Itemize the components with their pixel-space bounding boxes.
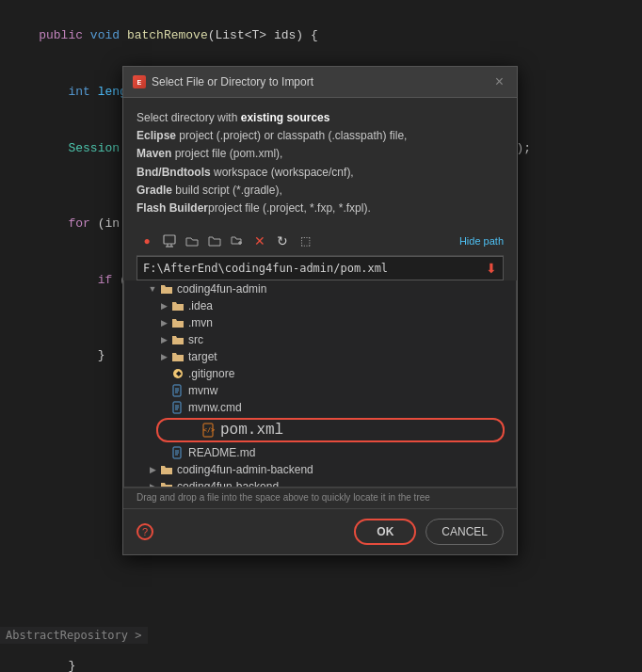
folder-icon-idea bbox=[171, 299, 185, 312]
tree-item-mvnw-cmd[interactable]: mvnw.cmd bbox=[124, 399, 516, 416]
footer-buttons: OK CANCEL bbox=[354, 519, 504, 545]
folder-icon-target bbox=[171, 350, 185, 363]
tree-root[interactable]: ▼ coding4fun-admin bbox=[124, 280, 516, 297]
tree-item-idea[interactable]: ▶ .idea bbox=[124, 297, 516, 314]
file-icon-readme bbox=[171, 446, 185, 459]
tree-item-mvnw[interactable]: mvnw bbox=[124, 382, 516, 399]
select-icon[interactable]: ⬚ bbox=[295, 231, 315, 251]
root-label: coding4fun-admin bbox=[177, 282, 266, 296]
code-line-1: public void batchRemove(List<T> ids) { bbox=[0, 8, 642, 64]
tree-item-src[interactable]: ▶ src bbox=[124, 331, 516, 348]
dialog-toolbar: ● bbox=[136, 227, 504, 256]
folder-icon-backend bbox=[160, 480, 173, 488]
dialog-title-text: Select File or Directory to Import bbox=[152, 75, 313, 88]
tree-item-admin-backend[interactable]: ▶ coding4fun-admin-backend bbox=[124, 461, 516, 478]
tree-item-gitignore[interactable]: ◆ .gitignore bbox=[124, 365, 516, 382]
expand-arrow: ▼ bbox=[147, 284, 158, 294]
cancel-button[interactable]: CANCEL bbox=[425, 519, 504, 545]
pom-xml-selected[interactable]: </> pom.xml bbox=[156, 418, 505, 442]
monitor-icon[interactable] bbox=[159, 231, 180, 251]
dialog-footer: ? OK CANCEL bbox=[123, 508, 517, 554]
folder-icon-admin-backend bbox=[160, 463, 173, 476]
new-folder-icon[interactable] bbox=[227, 231, 248, 251]
abstract-repo-label: AbstractRepository > bbox=[0, 627, 148, 644]
file-icon-mvnw-cmd bbox=[171, 401, 185, 414]
root-folder-icon bbox=[160, 282, 173, 296]
xml-icon-pom: </> bbox=[201, 423, 217, 438]
folder-icon-mvn bbox=[171, 316, 185, 329]
tree-item-mvn[interactable]: ▶ .mvn bbox=[124, 314, 516, 331]
path-input-row: ⬇ bbox=[136, 256, 504, 280]
file-tree[interactable]: ▼ coding4fun-admin ▶ .idea ▶ .mvn bbox=[123, 280, 517, 488]
tree-item-readme[interactable]: README.md bbox=[124, 444, 516, 461]
folder-icon[interactable] bbox=[204, 231, 225, 251]
dialog-app-icon: E bbox=[133, 75, 146, 88]
open-folder-icon[interactable] bbox=[182, 231, 202, 251]
folder-icon-src bbox=[171, 333, 185, 346]
dialog-body: Select directory with existing sources E… bbox=[123, 98, 517, 280]
import-dialog: E Select File or Directory to Import × S… bbox=[122, 66, 518, 555]
delete-icon[interactable]: ✕ bbox=[249, 231, 270, 251]
svg-text:</>: </> bbox=[203, 426, 216, 434]
toolbar-icons: ● bbox=[136, 231, 315, 251]
hide-path-button[interactable]: Hide path bbox=[459, 235, 504, 247]
close-button[interactable]: × bbox=[491, 72, 507, 91]
git-icon: ◆ bbox=[171, 367, 185, 380]
pom-xml-label: pom.xml bbox=[220, 422, 283, 439]
svg-text:◆: ◆ bbox=[175, 370, 182, 376]
path-input[interactable] bbox=[143, 262, 482, 275]
refresh-icon[interactable]: ↻ bbox=[272, 231, 293, 251]
help-button[interactable]: ? bbox=[136, 523, 153, 540]
ok-button[interactable]: OK bbox=[354, 519, 416, 545]
tree-item-target[interactable]: ▶ target bbox=[124, 348, 516, 365]
tree-item-pom-container[interactable]: </> pom.xml bbox=[124, 416, 516, 444]
file-icon-mvnw bbox=[171, 384, 185, 397]
dialog-description: Select directory with existing sources E… bbox=[136, 109, 504, 217]
tree-item-backend[interactable]: ▶ coding4fun-backend bbox=[124, 478, 516, 488]
dialog-title-left: E Select File or Directory to Import bbox=[133, 75, 313, 88]
stop-icon[interactable]: ● bbox=[136, 231, 157, 251]
dialog-title-bar: E Select File or Directory to Import × bbox=[123, 67, 517, 98]
svg-rect-0 bbox=[164, 235, 175, 244]
path-download-icon: ⬇ bbox=[486, 261, 497, 276]
drag-hint: Drag and drop a file into the space abov… bbox=[123, 488, 517, 506]
